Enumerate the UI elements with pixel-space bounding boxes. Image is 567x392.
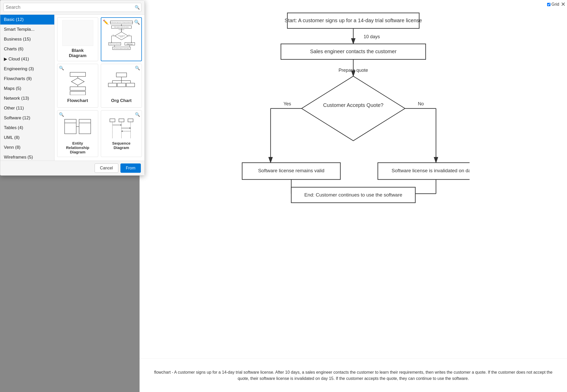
svg-text:Start: A customer signs up for: Start: A customer signs up for a 14-day … [110, 22, 133, 23]
svg-text:invalidated on day 15: invalidated on day 15 [126, 44, 133, 45]
template-card-selected[interactable]: ✏️ 🔍 Start: A customer signs up for a 14… [101, 17, 142, 61]
svg-text:End: Customer continues to use: End: Customer continues to use the softw… [304, 192, 402, 198]
edit-icon: ✏️ [103, 19, 109, 25]
svg-text:Software license is invalidate: Software license is invalidated on day 1… [392, 168, 470, 173]
svg-text:Sales engineer contacts the cu: Sales engineer contacts the customer [114, 27, 129, 28]
svg-rect-45 [79, 119, 91, 134]
template-card-flowchart[interactable]: 🔍 Flowchart [57, 64, 98, 108]
flowchart-diagram: Start: A customer signs up for a 14-day … [140, 8, 567, 358]
svg-rect-34 [116, 73, 127, 77]
category-list: Basic (12) Smart Templa... Business (15)… [0, 15, 55, 161]
svg-text:Yes: Yes [112, 35, 114, 36]
template-card-erd[interactable]: 🔍 EntityRelationshipDiagram [57, 110, 98, 157]
svg-rect-48 [110, 119, 115, 122]
erd-label: EntityRelationshipDiagram [66, 141, 89, 154]
flowchart-label: Flowchart [67, 98, 88, 103]
search-icon: 🔍 [135, 5, 140, 10]
svg-rect-30 [70, 87, 86, 90]
svg-text:Customer Accepts: Customer Accepts [118, 35, 125, 36]
sidebar-item-smart[interactable]: Smart Templa... [0, 25, 54, 34]
sidebar-item-flowcharts[interactable]: Flowcharts (9) [0, 74, 54, 84]
sidebar-item-business[interactable]: Business (15) [0, 34, 54, 44]
canvas-area: Grid ✕ Start: A customer signs up for a … [140, 0, 567, 392]
sidebar-item-uml[interactable]: UML (8) [0, 133, 54, 143]
template-card-org-chart[interactable]: 🔍 Org Chart [101, 64, 142, 108]
sidebar-item-wireframes[interactable]: Wireframes (5) [0, 152, 54, 161]
sidebar-item-other[interactable]: Other (11) [0, 103, 54, 113]
svg-marker-29 [71, 78, 84, 85]
sidebar-item-software[interactable]: Software (12) [0, 113, 54, 123]
org-chart-label: Org Chart [111, 98, 132, 103]
zoom-seq-icon: 🔍 [135, 112, 140, 117]
svg-marker-66 [302, 76, 405, 141]
svg-text:No: No [418, 101, 424, 106]
dialog-body: Basic (12) Smart Templa... Business (15)… [0, 15, 144, 161]
template-card-blank[interactable]: BlankDiagram [57, 17, 98, 61]
template-grid: BlankDiagram ✏️ 🔍 Start: A customer sign… [55, 15, 144, 161]
svg-text:No: No [128, 35, 129, 36]
search-bar: 🔍 [0, 0, 144, 15]
seq-label: SequenceDiagram [112, 141, 131, 150]
erd-mini-preview [64, 118, 92, 140]
zoom-org-icon: 🔍 [135, 66, 140, 70]
flowchart-mini-preview [64, 72, 92, 96]
svg-rect-42 [126, 83, 135, 87]
svg-text:Start: A customer signs up for: Start: A customer signs up for a 14-day … [285, 18, 422, 23]
svg-text:Software license remains valid: Software license remains valid [258, 168, 325, 173]
close-button[interactable]: ✕ [561, 2, 565, 7]
svg-text:Yes: Yes [284, 101, 291, 106]
sidebar-item-charts[interactable]: Charts (6) [0, 44, 54, 54]
description-text: flowchart - A customer signs up for a 14… [150, 369, 557, 382]
seq-mini-preview [107, 118, 136, 140]
zoom-erd-icon: 🔍 [59, 112, 64, 117]
template-dialog: 🔍 Basic (12) Smart Templa... Business (1… [0, 0, 145, 176]
sidebar-item-basic[interactable]: Basic (12) [0, 15, 54, 25]
svg-text:Software license remains valid: Software license remains valid [109, 43, 120, 44]
svg-rect-49 [119, 119, 124, 122]
grid-label: Grid [551, 2, 559, 7]
org-mini-preview [107, 72, 136, 96]
sidebar-item-venn[interactable]: Venn (8) [0, 143, 54, 152]
svg-rect-28 [70, 72, 86, 76]
sidebar-item-maps[interactable]: Maps (5) [0, 84, 54, 93]
zoom-icon: 🔍 [134, 19, 140, 25]
svg-rect-40 [108, 83, 117, 87]
svg-text:End: Customer continues to use: End: Customer continues to use the softw… [114, 48, 129, 49]
svg-text:Quote?: Quote? [120, 36, 123, 37]
svg-rect-43 [65, 119, 76, 134]
sidebar-item-engineering[interactable]: Engineering (3) [0, 64, 54, 74]
blank-label: BlankDiagram [69, 48, 86, 58]
svg-text:Sales engineer contacts the cu: Sales engineer contacts the customer [310, 49, 397, 54]
blank-preview [62, 20, 93, 46]
svg-text:10 days: 10 days [364, 34, 380, 39]
grid-checkbox[interactable] [547, 3, 550, 6]
sidebar-item-cloud[interactable]: ▶ Cloud (41) [0, 54, 54, 64]
flowchart-preview: Start: A customer signs up for a 14-day … [105, 20, 138, 52]
zoom-left-icon: 🔍 [59, 66, 64, 70]
svg-text:Prepare quote: Prepare quote [119, 29, 124, 30]
template-card-sequence[interactable]: 🔍 [101, 110, 142, 157]
svg-rect-31 [70, 91, 86, 95]
sidebar-item-network[interactable]: Network (13) [0, 93, 54, 103]
description-area: flowchart - A customer signs up for a 14… [140, 358, 567, 392]
svg-rect-41 [117, 83, 126, 87]
svg-text:Prepare quote: Prepare quote [339, 68, 368, 73]
grid-control: Grid [547, 2, 559, 7]
search-input[interactable] [3, 3, 141, 12]
dialog-footer: Cancel From [0, 161, 144, 175]
cancel-button[interactable]: Cancel [95, 163, 118, 173]
svg-rect-50 [128, 119, 133, 122]
sidebar-item-tables[interactable]: Tables (4) [0, 123, 54, 133]
svg-text:Customer Accepts Quote?: Customer Accepts Quote? [323, 102, 383, 108]
from-button[interactable]: From [120, 163, 141, 173]
